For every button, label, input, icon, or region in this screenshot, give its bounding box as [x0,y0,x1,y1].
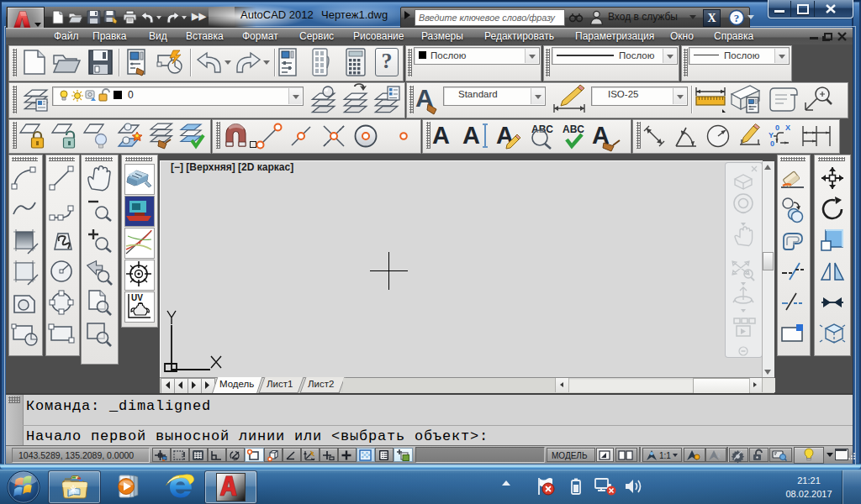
svg-text:Y: Y [769,131,774,139]
svg-text:0: 0 [770,139,774,148]
svg-text:0: 0 [775,123,779,132]
svg-text:X: X [785,123,790,132]
svg-text:ABC: ABC [563,123,584,135]
svg-text:?: ? [734,12,740,24]
svg-text:UV: UV [131,293,143,302]
